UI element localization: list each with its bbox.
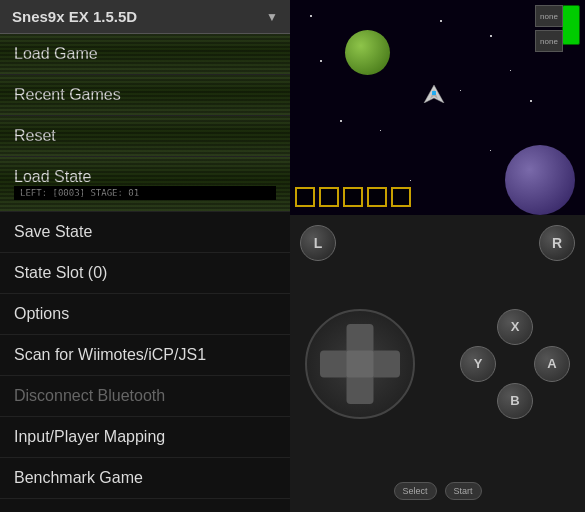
r-button[interactable]: R: [539, 225, 575, 261]
b-button[interactable]: B: [497, 383, 533, 419]
right-game-panel: none none L R: [290, 0, 585, 512]
select-start-buttons: Select Start: [393, 482, 481, 500]
menu-item-load-game[interactable]: Load Game: [0, 34, 290, 75]
menu-item-label: Options: [14, 305, 69, 322]
start-button[interactable]: Start: [445, 482, 482, 500]
menu-item-label: Disconnect Bluetooth: [14, 387, 165, 404]
star: [320, 60, 322, 62]
battery-indicator: [562, 5, 580, 45]
menu-item-label: Load Game: [14, 45, 98, 62]
menu-item-scan-wiimotes[interactable]: Scan for Wiimotes/iCP/JS1: [0, 335, 290, 376]
panel-item-1: none: [535, 5, 563, 27]
menu-item-label: Benchmark Game: [14, 469, 143, 486]
menu-item-disconnect-bluetooth[interactable]: Disconnect Bluetooth: [0, 376, 290, 417]
dropdown-icon[interactable]: ▼: [266, 10, 278, 24]
l-button[interactable]: L: [300, 225, 336, 261]
star: [410, 180, 411, 181]
a-button[interactable]: A: [534, 346, 570, 382]
menu-item-label: Scan for Wiimotes/iCP/JS1: [14, 346, 206, 363]
menu-item-label: Reset: [14, 127, 56, 144]
star: [340, 120, 342, 122]
dpad-center: [347, 350, 374, 377]
y-button[interactable]: Y: [460, 346, 496, 382]
menu-item-save-state[interactable]: Save State: [0, 212, 290, 253]
menu-item-label: Save State: [14, 223, 92, 240]
controller-area: L R Select Start X: [290, 215, 585, 512]
menu-item-reset[interactable]: Reset: [0, 116, 290, 157]
action-buttons: X Y A B: [460, 309, 570, 419]
star: [530, 100, 532, 102]
hud-box-3: [343, 187, 363, 207]
hud-box-1: [295, 187, 315, 207]
game-screen: none none: [290, 0, 585, 215]
hud-box-5: [391, 187, 411, 207]
dpad-outer: [305, 309, 415, 419]
menu-item-label: Load State: [14, 168, 91, 185]
title-bar: Snes9x EX 1.5.5D ▼: [0, 0, 290, 34]
panel-item-2: none: [535, 30, 563, 52]
star: [490, 150, 491, 151]
panel-items: none none: [535, 5, 563, 52]
hud-box-4: [367, 187, 387, 207]
star: [380, 130, 381, 131]
hud-box-2: [319, 187, 339, 207]
x-button[interactable]: X: [497, 309, 533, 345]
dpad-cross: [320, 324, 400, 404]
dpad[interactable]: [305, 309, 415, 419]
menu-item-benchmark-game[interactable]: Benchmark Game: [0, 458, 290, 499]
left-menu-panel: Snes9x EX 1.5.5D ▼ Load GameRecent Games…: [0, 0, 290, 512]
star: [510, 70, 511, 71]
star: [440, 20, 442, 22]
app-title: Snes9x EX 1.5.5D: [12, 8, 137, 25]
planet-purple: [505, 145, 575, 215]
menu-item-load-state[interactable]: Load StateLEFT: [0003] STAGE: 01: [0, 157, 290, 212]
menu-list: Load GameRecent GamesResetLoad StateLEFT…: [0, 34, 290, 499]
menu-item-state-slot[interactable]: State Slot (0): [0, 253, 290, 294]
select-button[interactable]: Select: [393, 482, 436, 500]
planet-green: [345, 30, 390, 75]
star: [490, 35, 492, 37]
svg-rect-2: [432, 91, 436, 95]
menu-item-input-player-mapping[interactable]: Input/Player Mapping: [0, 417, 290, 458]
star: [460, 90, 461, 91]
menu-item-options[interactable]: Options: [0, 294, 290, 335]
status-bar: LEFT: [0003] STAGE: 01: [14, 186, 276, 200]
spaceship: [420, 85, 448, 103]
menu-item-label: State Slot (0): [14, 264, 107, 281]
menu-item-label: Input/Player Mapping: [14, 428, 165, 445]
menu-item-recent-games[interactable]: Recent Games: [0, 75, 290, 116]
star: [310, 15, 312, 17]
menu-item-label: Recent Games: [14, 86, 121, 103]
hud-boxes: [295, 187, 411, 207]
